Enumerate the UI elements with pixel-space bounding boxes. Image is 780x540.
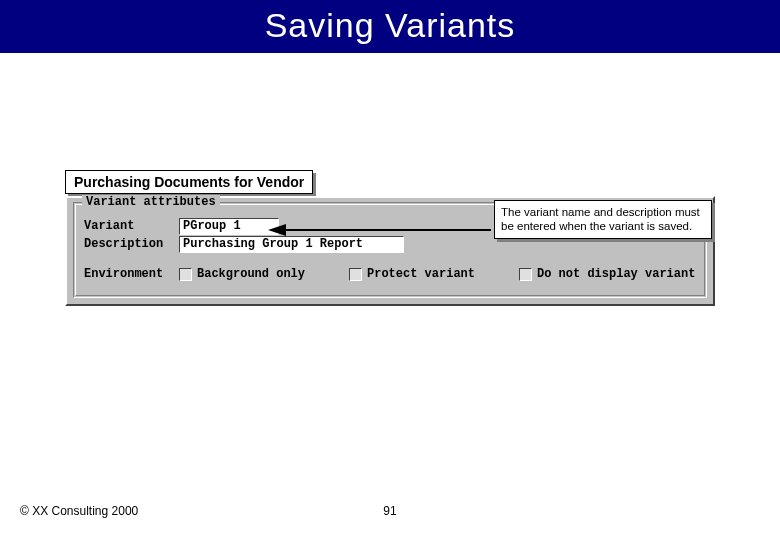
row-environment: Environment Background only Protect vari… [84, 265, 696, 283]
callout-box: The variant name and description must be… [494, 200, 712, 239]
label-do-not-display: Do not display variant [537, 267, 695, 281]
panel-heading: Purchasing Documents for Vendor [65, 170, 313, 194]
label-variant: Variant [84, 219, 179, 233]
checkbox-do-not-display[interactable] [519, 268, 532, 281]
checkbox-protect-variant[interactable] [349, 268, 362, 281]
groupbox-legend: Variant attributes [82, 195, 220, 209]
label-background-only: Background only [197, 267, 305, 281]
label-environment: Environment [84, 267, 179, 281]
checkbox-background-only[interactable] [179, 268, 192, 281]
label-protect-variant: Protect variant [367, 267, 475, 281]
footer-page-number: 91 [0, 504, 780, 518]
field-description[interactable]: Purchasing Group 1 Report [179, 236, 404, 253]
label-description: Description [84, 237, 179, 251]
field-variant[interactable]: PGroup 1 [179, 218, 279, 235]
slide-title: Saving Variants [0, 0, 780, 53]
